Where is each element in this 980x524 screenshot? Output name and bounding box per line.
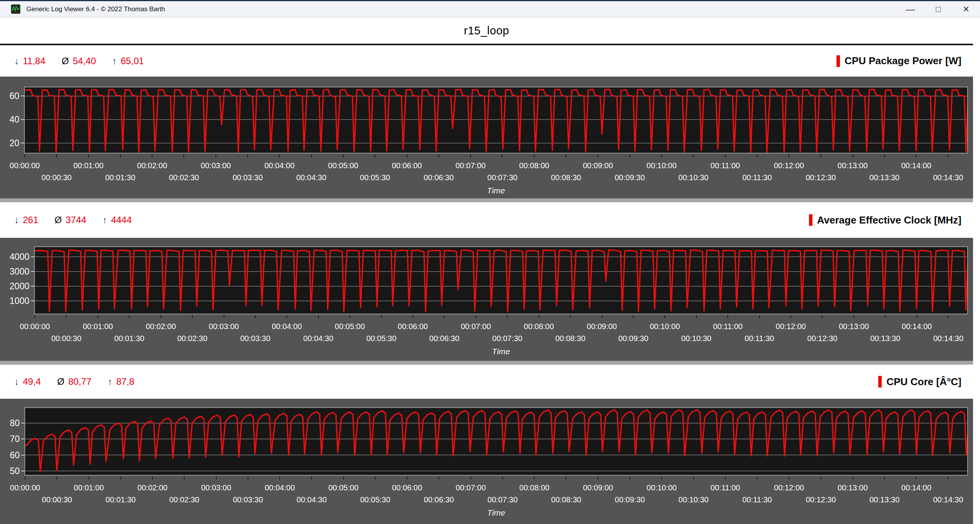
x-tick-mark bbox=[629, 476, 630, 480]
x-tick-mark bbox=[916, 154, 917, 157]
y-tick-mark bbox=[21, 119, 24, 120]
x-tick-label: 00:00:30 bbox=[41, 173, 72, 182]
x-tick-label: 00:07:30 bbox=[487, 173, 518, 182]
x-tick-label: 00:07:30 bbox=[492, 334, 522, 343]
x-tick-label: 00:13:00 bbox=[839, 322, 869, 331]
x-axis-title: Time bbox=[487, 508, 505, 517]
x-tick-label: 00:14:00 bbox=[901, 483, 931, 492]
x-tick-mark bbox=[727, 315, 728, 318]
stats-strip-clock: ↓ 261 Ø 3744 ↑ 4444 Average Effective Cl… bbox=[0, 202, 973, 238]
x-tick-mark bbox=[89, 476, 89, 480]
y-tick-mark bbox=[21, 143, 24, 143]
chart-svg bbox=[25, 87, 967, 153]
x-tick-mark bbox=[375, 154, 375, 157]
x-tick-mark bbox=[948, 154, 949, 157]
x-tick-label: 00:02:30 bbox=[177, 334, 207, 343]
x-tick-label: 00:05:30 bbox=[366, 334, 397, 343]
chart-panel-clock: 100020003000400000:00:0000:01:0000:02:00… bbox=[0, 238, 973, 361]
window-controls: — □ ✕ bbox=[896, 1, 980, 17]
x-tick-mark bbox=[759, 315, 760, 318]
x-tick-label: 00:12:00 bbox=[776, 322, 806, 331]
x-tick-mark bbox=[216, 476, 217, 480]
legend-label: Average Effective Clock [MHz] bbox=[817, 214, 961, 226]
x-tick-label: 00:10:30 bbox=[679, 495, 709, 504]
app-icon bbox=[11, 4, 21, 14]
avg-icon: Ø bbox=[62, 56, 69, 67]
x-tick-label: 00:01:00 bbox=[74, 161, 104, 170]
x-tick-label: 00:04:00 bbox=[272, 322, 302, 331]
legend-color-bar bbox=[836, 55, 840, 67]
y-tick-mark bbox=[21, 96, 24, 96]
y-tick-mark bbox=[21, 455, 24, 456]
x-tick-mark bbox=[853, 315, 854, 318]
x-tick-mark bbox=[311, 476, 312, 480]
x-tick-label: 00:01:00 bbox=[83, 322, 113, 331]
x-tick-label: 00:01:30 bbox=[114, 334, 144, 343]
x-tick-mark bbox=[349, 315, 350, 318]
x-tick-mark bbox=[24, 154, 25, 157]
x-tick-label: 00:00:00 bbox=[10, 161, 40, 170]
x-tick-mark bbox=[502, 154, 503, 157]
titlebar: Generic Log Viewer 6.4 - © 2022 Thomas B… bbox=[0, 0, 980, 17]
x-tick-mark bbox=[693, 476, 694, 480]
minimize-button[interactable]: — bbox=[896, 1, 924, 17]
panel-separator bbox=[0, 198, 973, 202]
x-tick-label: 00:14:00 bbox=[902, 322, 932, 331]
x-tick-mark bbox=[884, 154, 885, 157]
avg-value: 54,40 bbox=[73, 56, 96, 67]
x-tick-label: 00:04:30 bbox=[296, 495, 327, 504]
series-line bbox=[35, 250, 967, 312]
x-tick-label: 00:02:00 bbox=[137, 483, 168, 492]
x-tick-mark bbox=[279, 154, 280, 157]
x-tick-label: 00:13:30 bbox=[869, 495, 900, 504]
main-content: r15_loop ↓ 11,84 Ø 54,40 ↑ 65,01 CPU Pac… bbox=[0, 17, 973, 524]
avg-value: 3744 bbox=[66, 215, 86, 225]
x-tick-mark bbox=[279, 476, 280, 480]
plot-area-temperature[interactable] bbox=[24, 407, 968, 476]
x-tick-mark bbox=[381, 315, 382, 318]
x-tick-mark bbox=[161, 315, 161, 318]
x-tick-label: 00:00:00 bbox=[20, 322, 50, 331]
x-tick-mark bbox=[917, 315, 917, 318]
x-tick-mark bbox=[852, 476, 853, 480]
x-tick-label: 00:01:30 bbox=[106, 495, 136, 504]
legend-label: CPU Core [Â°C] bbox=[886, 376, 961, 388]
y-tick-label: 60 bbox=[0, 450, 20, 460]
y-tick-label: 4000 bbox=[1, 252, 29, 262]
x-tick-label: 00:09:00 bbox=[583, 483, 613, 492]
x-tick-label: 00:03:30 bbox=[233, 495, 263, 504]
x-tick-label: 00:09:00 bbox=[583, 161, 613, 170]
x-tick-label: 00:00:30 bbox=[42, 495, 72, 504]
max-value: 4444 bbox=[111, 215, 132, 225]
y-tick-label: 3000 bbox=[1, 266, 29, 277]
max-value: 65,01 bbox=[121, 56, 144, 67]
stats-clock: ↓ 261 Ø 3744 ↑ 4444 bbox=[14, 215, 148, 225]
x-tick-label: 00:13:00 bbox=[838, 483, 868, 492]
x-tick-mark bbox=[152, 154, 152, 157]
x-tick-mark bbox=[788, 154, 789, 157]
chart-panel-power: 20406000:00:0000:01:0000:02:0000:03:0000… bbox=[0, 77, 973, 198]
x-tick-mark bbox=[407, 476, 407, 480]
x-tick-mark bbox=[598, 476, 599, 480]
x-tick-label: 00:08:00 bbox=[524, 322, 554, 331]
x-tick-mark bbox=[885, 315, 886, 318]
x-tick-label: 00:13:30 bbox=[869, 173, 900, 182]
min-value: 49,4 bbox=[23, 376, 41, 387]
x-tick-mark bbox=[375, 476, 376, 480]
maximize-button[interactable]: □ bbox=[924, 1, 952, 17]
close-button[interactable]: ✕ bbox=[952, 1, 980, 17]
x-tick-mark bbox=[120, 154, 121, 157]
min-arrow-icon: ↓ bbox=[14, 56, 19, 67]
x-tick-mark bbox=[725, 154, 726, 157]
plot-area-clock[interactable] bbox=[34, 246, 968, 314]
x-tick-mark bbox=[255, 315, 256, 318]
plot-area-power[interactable] bbox=[24, 87, 968, 154]
x-tick-mark bbox=[56, 476, 57, 480]
x-tick-label: 00:08:00 bbox=[519, 161, 549, 170]
chart-svg bbox=[35, 247, 967, 314]
x-tick-mark bbox=[248, 476, 248, 480]
avg-icon: Ø bbox=[57, 376, 65, 387]
chart-panel-temperature: 5060708000:00:0000:01:0000:02:0000:03:00… bbox=[0, 399, 973, 524]
stats-strip-power: ↓ 11,84 Ø 54,40 ↑ 65,01 CPU Package Powe… bbox=[0, 45, 973, 77]
legend-color-bar bbox=[878, 376, 882, 387]
